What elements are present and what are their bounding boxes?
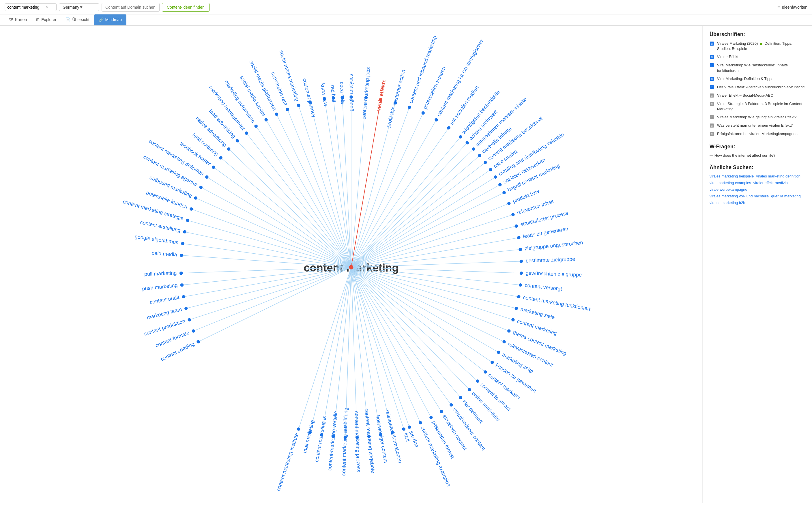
svg-text:profitable customer action: profitable customer action: [386, 69, 407, 128]
headline-icon: C: [709, 85, 715, 90]
svg-line-153: [342, 97, 351, 267]
svg-point-76: [515, 307, 518, 310]
headline-item[interactable]: CDer Virale Effekt: Anstecken ausdrückli…: [709, 84, 805, 90]
headline-text: Viraler Effekt: [717, 54, 739, 59]
svg-line-168: [287, 109, 351, 267]
similar-tag[interactable]: virales marketing definition: [756, 174, 801, 178]
svg-line-78: [351, 267, 513, 320]
svg-point-184: [236, 139, 239, 142]
favorites-label: Ideenfavoriten: [782, 5, 807, 9]
svg-point-22: [459, 135, 462, 138]
svg-point-205: [189, 208, 193, 211]
svg-text:content marketing jobs: content marketing jobs: [361, 67, 371, 120]
svg-point-121: [402, 427, 405, 431]
headline-item[interactable]: CVirale Strategie: 3 Faktoren, 3 Beispie…: [709, 101, 805, 112]
headlines-section: Überschriften: CVirales Marketing (2020)…: [709, 32, 805, 137]
svg-point-19: [447, 126, 451, 129]
similar-title: Ähnliche Suchen:: [709, 165, 805, 171]
headline-item[interactable]: CWas versteht man unter einem viralen Ef…: [709, 123, 805, 128]
search-input[interactable]: [7, 5, 45, 9]
svg-line-237: [198, 267, 351, 342]
clear-icon[interactable]: ✕: [46, 5, 49, 9]
headline-item[interactable]: CVirales Marketing: Wie gelingt ein vira…: [709, 115, 805, 120]
headline-text: Was versteht man unter einem viralen Eff…: [717, 123, 793, 128]
headline-item[interactable]: CViraler Effekt – Social-Media-ABC: [709, 93, 805, 98]
svg-point-10: [408, 106, 411, 109]
find-ideas-button[interactable]: Content-Ideen finden: [162, 3, 210, 11]
svg-point-97: [476, 380, 479, 383]
svg-point-175: [264, 118, 268, 121]
tab-karten[interactable]: 🗺 Karten: [5, 14, 32, 25]
svg-line-105: [351, 267, 451, 405]
headline-item[interactable]: CViral Marketing: Definition & Tipps: [709, 76, 805, 82]
svg-point-223: [180, 283, 183, 287]
svg-point-40: [494, 175, 497, 179]
svg-point-112: [429, 416, 432, 419]
svg-text:content audit: content audit: [149, 294, 179, 305]
domain-input[interactable]: [102, 3, 160, 11]
tab-explorer[interactable]: ⊞ Explorer: [32, 14, 61, 25]
similar-tag[interactable]: virales marketing beispiele: [709, 174, 754, 178]
svg-text:content erstellung: content erstellung: [140, 219, 181, 233]
svg-point-85: [502, 340, 506, 343]
svg-text:C: C: [711, 77, 713, 80]
header: ✕ Germany ▼ Content-Ideen finden ≡ Ideen…: [0, 0, 812, 14]
svg-text:know how: know how: [320, 83, 329, 107]
headline-item[interactable]: CErfolgsfaktoren bei viralen Marketingka…: [709, 131, 805, 137]
svg-text:C: C: [711, 103, 713, 106]
main-content: .cm-center { font-size: 20px; font-weigh…: [0, 26, 812, 503]
svg-line-120: [351, 267, 404, 429]
svg-point-94: [484, 370, 487, 374]
svg-point-202: [194, 196, 197, 200]
svg-point-181: [245, 131, 248, 135]
svg-line-33: [351, 162, 485, 267]
svg-point-196: [205, 175, 208, 179]
tab-ubersicht[interactable]: 📄 Übersicht: [61, 14, 94, 25]
svg-point-70: [519, 283, 522, 287]
svg-point-88: [497, 351, 500, 354]
svg-line-231: [189, 267, 351, 320]
svg-line-180: [246, 133, 351, 267]
favorites-button[interactable]: ≡ Ideenfavoriten: [777, 5, 807, 10]
svg-point-178: [254, 124, 258, 127]
svg-line-174: [266, 120, 351, 267]
svg-point-229: [184, 307, 187, 310]
tab-bar: 🗺 Karten ⊞ Explorer 📄 Übersicht 🔗 Mindma…: [0, 14, 812, 26]
headlines-title: Überschriften:: [709, 32, 805, 38]
headline-item[interactable]: CVirales Marketing (2020) Definition, Ti…: [709, 41, 805, 51]
search-box[interactable]: ✕: [5, 3, 57, 11]
svg-point-31: [478, 154, 481, 157]
country-select[interactable]: Germany ▼: [59, 3, 99, 11]
headline-icon: C: [709, 63, 715, 68]
svg-line-147: [299, 267, 351, 429]
svg-point-100: [468, 388, 471, 391]
headline-icon: C: [709, 102, 715, 107]
mindmap-area[interactable]: .cm-center { font-size: 20px; font-weigh…: [0, 26, 702, 503]
similar-tag[interactable]: viral marketing examples: [709, 181, 751, 185]
svg-line-213: [183, 243, 351, 267]
svg-point-190: [219, 156, 223, 159]
mindmap-icon: 🔗: [99, 17, 104, 22]
similar-tag[interactable]: virale werbekampagne: [709, 187, 747, 191]
headline-text: Der Virale Effekt: Anstecken ausdrücklic…: [717, 84, 805, 90]
svg-text:content-marketing vorteile: content-marketing vorteile: [327, 411, 339, 471]
svg-line-195: [207, 177, 351, 268]
headline-item[interactable]: CViral Marketing: Wie "ansteckende" Inha…: [709, 63, 805, 73]
headline-item[interactable]: CViraler Effekt: [709, 54, 805, 60]
similar-tag[interactable]: viraler effekt medizin: [753, 181, 788, 185]
similar-tag[interactable]: virales marketing vor- und nachteile: [709, 194, 769, 198]
ubersicht-icon: 📄: [65, 17, 70, 22]
similar-tag[interactable]: guerilla marketing: [771, 194, 801, 198]
svg-text:bestimmte zielgruppe: bestimmte zielgruppe: [525, 256, 575, 264]
similar-tag[interactable]: virales marketing b2b: [709, 201, 745, 205]
svg-point-208: [186, 219, 189, 222]
svg-text:content marketing ausbildung: content marketing ausbildung: [341, 407, 349, 476]
wfragen-item: How does the internet affect our life?: [709, 153, 805, 158]
svg-text:google algorithmus: google algorithmus: [134, 233, 179, 245]
svg-text:produkt bzw: produkt bzw: [512, 188, 540, 204]
svg-text:virale effekte: virale effekte: [375, 79, 387, 111]
headline-icon: C: [709, 131, 715, 137]
tab-mindmap[interactable]: 🔗 Mindmap: [94, 14, 127, 25]
svg-text:C: C: [711, 43, 713, 45]
svg-text:C: C: [711, 124, 713, 127]
